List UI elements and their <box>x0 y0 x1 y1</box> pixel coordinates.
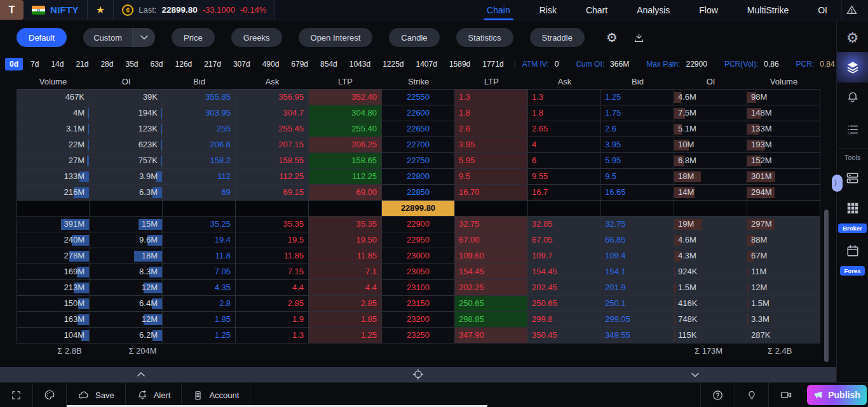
expiry-126d[interactable]: 126d <box>171 58 197 70</box>
preset-custom-button[interactable]: Custom <box>83 28 155 47</box>
chain-row-22750[interactable]: 27M757K158.2158.55158.65227505.9565.956.… <box>17 153 820 169</box>
expiry-35d[interactable]: 35d <box>121 58 142 70</box>
put-ltp-cell[interactable]: 16.70 <box>455 185 528 201</box>
strike-cell[interactable]: 23050 <box>382 264 455 280</box>
settings-button[interactable]: ⚙ <box>837 24 868 52</box>
put-ltp-cell[interactable]: 154.45 <box>455 264 528 280</box>
put-bid-cell[interactable]: 5.95 <box>601 153 674 169</box>
chain-row-23200[interactable]: 163M12M1.851.91.8523200298.85299.8299.05… <box>17 312 820 328</box>
call-bid-cell[interactable]: 4.35 <box>163 280 236 296</box>
forex-badge[interactable]: Forex <box>840 266 865 276</box>
put-ltp-cell[interactable]: 2.6 <box>455 121 528 137</box>
put-bid-cell[interactable]: 66.85 <box>601 232 674 248</box>
expiry-854d[interactable]: 854d <box>316 58 342 70</box>
ideas-button[interactable] <box>735 383 768 407</box>
chain-row-22700[interactable]: 22M623K206.6207.15206.25227003.9543.9510… <box>17 137 820 153</box>
put-ask-cell[interactable]: 9.55 <box>528 169 601 185</box>
tab-chain[interactable]: Chain <box>487 0 510 20</box>
put-ask-cell[interactable]: 250.65 <box>528 296 601 312</box>
put-bid-cell[interactable]: 9.5 <box>601 169 674 185</box>
call-bid-cell[interactable]: 2.8 <box>163 296 236 312</box>
put-bid-cell[interactable]: 1.25 <box>601 90 674 105</box>
expiry-679d[interactable]: 679d <box>287 58 313 70</box>
call-ltp-cell[interactable]: 2.85 <box>309 296 382 312</box>
broker-badge[interactable]: Broker <box>838 224 867 233</box>
strike-cell[interactable]: 22800 <box>382 169 455 185</box>
call-ask-cell[interactable]: 158.55 <box>236 153 309 169</box>
put-bid-cell[interactable]: 1.75 <box>601 105 674 121</box>
expiry-1225d[interactable]: 1225d <box>378 58 408 70</box>
chevron-down-icon[interactable] <box>690 370 700 380</box>
chain-row-22650[interactable]: 3.1M123K255255.45255.40226502.62.652.65.… <box>17 121 820 137</box>
put-ltp-cell[interactable]: 202.25 <box>455 280 528 296</box>
call-ltp-cell[interactable]: 112.25 <box>309 169 382 185</box>
call-ltp-cell[interactable]: 19.50 <box>309 232 382 248</box>
put-ltp-cell[interactable]: 67.00 <box>455 232 528 248</box>
chain-row-22850[interactable]: 216M6.3M6969.1569.002285016.7016.716.651… <box>17 185 820 201</box>
call-bid-cell[interactable]: 19.4 <box>163 232 236 248</box>
chain-row-22950[interactable]: 240M9.6M19.419.519.502295067.0067.0566.8… <box>17 232 820 248</box>
put-ask-cell[interactable]: 16.7 <box>528 185 601 201</box>
put-bid-cell[interactable]: 349.55 <box>601 328 674 344</box>
put-ask-cell[interactable]: 350.45 <box>528 328 601 344</box>
put-ask-cell[interactable]: 32.85 <box>528 217 601 232</box>
call-ask-cell[interactable]: 112.25 <box>236 169 309 185</box>
call-ltp-cell[interactable]: 7.1 <box>309 264 382 280</box>
tab-risk[interactable]: Risk <box>539 0 557 20</box>
call-bid-cell[interactable]: 69 <box>163 185 236 201</box>
view-pill-price[interactable]: Price <box>172 28 215 47</box>
put-ask-cell[interactable]: 4 <box>528 137 601 153</box>
account-button[interactable]: Account <box>182 383 250 407</box>
strike-cell[interactable]: 22700 <box>382 137 455 153</box>
put-ask-cell[interactable]: 202.45 <box>528 280 601 296</box>
expiry-21d[interactable]: 21d <box>71 58 93 70</box>
strike-cell[interactable]: 22900 <box>382 217 455 232</box>
call-ask-cell[interactable]: 2.85 <box>236 296 309 312</box>
put-ltp-cell[interactable]: 109.60 <box>455 248 528 264</box>
chain-row-23150[interactable]: 150M6.4M2.82.852.8523150250.65250.65250.… <box>17 296 820 312</box>
call-ask-cell[interactable]: 69.15 <box>236 185 309 201</box>
put-bid-cell[interactable]: 2.6 <box>601 121 674 137</box>
put-bid-cell[interactable]: 16.65 <box>601 185 674 201</box>
expiry-307d[interactable]: 307d <box>229 58 255 70</box>
strike-cell[interactable]: 22950 <box>382 232 455 248</box>
call-bid-cell[interactable]: 112 <box>163 169 236 185</box>
expiry-1771d[interactable]: 1771d <box>478 58 508 70</box>
call-bid-cell[interactable]: 355.85 <box>163 90 236 105</box>
expiry-1589d[interactable]: 1589d <box>445 58 475 70</box>
symbol-selector[interactable]: NIFTY <box>24 0 88 20</box>
call-ask-cell[interactable]: 207.15 <box>236 137 309 153</box>
expiry-28d[interactable]: 28d <box>96 58 118 70</box>
chevron-up-icon[interactable] <box>136 370 146 380</box>
put-ask-cell[interactable]: 1.3 <box>528 90 601 105</box>
expiry-0d[interactable]: 0d <box>5 58 23 70</box>
chain-row-22800[interactable]: 133M3.9M112112.25112.25228009.59.559.518… <box>17 169 820 185</box>
put-ltp-cell[interactable]: 3.95 <box>455 137 528 153</box>
call-bid-cell[interactable]: 206.6 <box>163 137 236 153</box>
call-ltp-cell[interactable]: 158.65 <box>309 153 382 169</box>
strike-cell[interactable]: 22750 <box>382 153 455 169</box>
view-pill-open-interest[interactable]: Open Interest <box>299 28 373 47</box>
preset-default-button[interactable]: Default <box>17 28 67 47</box>
chain-row-23000[interactable]: 278M18M11.811.8511.8523000109.60109.7109… <box>17 248 820 264</box>
fullscreen-button[interactable] <box>0 383 33 407</box>
target-icon[interactable] <box>413 369 424 380</box>
expiry-1407d[interactable]: 1407d <box>412 58 442 70</box>
alerts-button[interactable] <box>837 83 868 110</box>
publish-button[interactable]: Publish <box>807 385 867 405</box>
chain-row-23050[interactable]: 169M8.3M7.057.157.123050154.45154.45154.… <box>17 264 820 280</box>
call-ltp-cell[interactable]: 4.4 <box>309 280 382 296</box>
expiry-7d[interactable]: 7d <box>26 58 43 70</box>
tab-analysis[interactable]: Analysis <box>637 0 670 20</box>
put-ltp-cell[interactable]: 9.5 <box>455 169 528 185</box>
chain-row-23250[interactable]: 104M6.2M1.251.31.2523250347.90350.45349.… <box>17 328 820 344</box>
table-scrollbar[interactable] <box>824 210 829 362</box>
put-ltp-cell[interactable]: 347.90 <box>455 328 528 344</box>
put-ltp-cell[interactable]: 5.95 <box>455 153 528 169</box>
call-ltp-cell[interactable]: 35.35 <box>309 217 382 232</box>
view-pill-greeks[interactable]: Greeks <box>231 28 282 47</box>
call-bid-cell[interactable]: 255 <box>163 121 236 137</box>
call-bid-cell[interactable]: 1.85 <box>163 312 236 328</box>
put-ask-cell[interactable]: 109.7 <box>528 248 601 264</box>
put-ltp-cell[interactable]: 298.85 <box>455 312 528 328</box>
